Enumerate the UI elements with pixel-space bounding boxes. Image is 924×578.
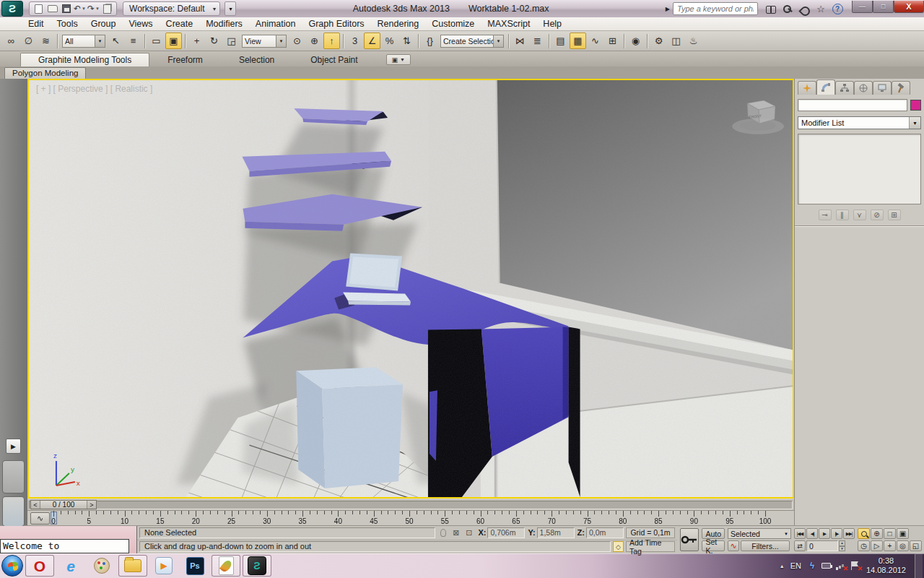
time-slider-handle[interactable]: < 0 / 100 > (30, 500, 97, 509)
frame-spinner[interactable]: ▲▼ (839, 540, 845, 551)
remove-modifier-button[interactable]: ⊘ (871, 210, 884, 220)
selection-region-icon[interactable]: ▭ (148, 33, 165, 49)
pan-button[interactable]: + (884, 540, 896, 551)
unlink-selection-icon[interactable]: ∅ (20, 33, 37, 49)
ribbon-tab-selection[interactable]: Selection (221, 53, 292, 66)
ribbon-tab-graphite-modeling-tools[interactable]: Graphite Modeling Tools (20, 53, 149, 66)
taskbar-item-paint[interactable] (87, 555, 116, 577)
orbit-button[interactable]: ◎ (897, 540, 909, 551)
ribbon-minimize-button[interactable]: ▣▼ (386, 54, 411, 65)
modifier-list-combo[interactable]: Modifier List ▼ (798, 116, 921, 129)
viewport-layout-tab[interactable] (2, 460, 25, 493)
adaptive-degradation-toggle[interactable]: ◇ (613, 541, 624, 552)
zoom-extents-all-button[interactable]: ▣ (897, 528, 909, 539)
menu-item-tools[interactable]: Tools (51, 17, 84, 30)
show-hidden-icons-button[interactable]: ▲ (780, 564, 785, 569)
selection-lock-toggle[interactable]: ⊠ (450, 527, 461, 538)
tab-polygon-modeling[interactable]: Polygon Modeling (4, 67, 86, 79)
workspace-combo[interactable]: Workspace: Default ▼ (123, 1, 220, 16)
align-icon[interactable]: ≣ (529, 33, 546, 49)
menu-item-rendering[interactable]: Rendering (371, 17, 426, 30)
set-key-button[interactable]: Set K. (702, 540, 725, 551)
next-frame-arrow[interactable]: > (87, 501, 96, 509)
coordinate-y-field[interactable] (537, 527, 575, 538)
layer-manager-icon[interactable]: ▤ (552, 33, 569, 49)
use-pivot-center-icon[interactable]: ⊙ (289, 33, 305, 49)
expand-panel-button[interactable]: ▶ (6, 439, 21, 454)
pin-stack-button[interactable]: ⊸ (819, 210, 832, 220)
save-file-icon[interactable] (60, 3, 72, 15)
taskbar-item-photoshop-elements[interactable] (212, 555, 240, 577)
zoom-all-button[interactable]: ⊕ (871, 528, 883, 539)
set-keys-button[interactable] (680, 528, 699, 551)
search-collapse-icon[interactable]: ▶ (666, 6, 670, 12)
taskbar-item-media-player[interactable]: ▶ (149, 555, 178, 577)
select-and-scale-icon[interactable]: ◲ (223, 33, 240, 49)
bind-to-space-warp-icon[interactable]: ≋ (38, 33, 54, 49)
make-unique-button[interactable]: ⋎ (853, 210, 866, 220)
key-mode-toggle[interactable]: ⇄ (794, 540, 806, 551)
maximize-viewport-button[interactable]: ◱ (910, 540, 922, 551)
undo-icon[interactable]: ↶▼ (74, 3, 86, 15)
go-to-start-button[interactable]: |◀◀ (794, 528, 806, 539)
taskbar-item-internet-explorer[interactable]: e (56, 555, 85, 577)
material-editor-icon[interactable]: ◉ (627, 33, 644, 49)
action-center-icon[interactable]: ✕ (850, 561, 860, 571)
redo-icon[interactable]: ↷▼ (87, 3, 100, 15)
mirror-icon[interactable]: ⋈ (512, 33, 528, 49)
sign-in-key-icon[interactable] (782, 3, 793, 14)
field-of-view-button[interactable]: ▷ (871, 540, 883, 551)
ribbon-tab-freeform[interactable]: Freeform (149, 53, 221, 66)
percent-snap-toggle-icon[interactable]: % (381, 33, 398, 49)
application-menu-button[interactable]: Ƨ (1, 1, 23, 17)
motion-tab[interactable] (854, 81, 873, 95)
viewport-layout-tab-alt[interactable] (2, 496, 25, 527)
coordinate-z-field[interactable] (586, 527, 624, 538)
start-button[interactable] (1, 555, 23, 577)
current-frame-field[interactable] (806, 540, 838, 551)
ribbon-tab-object-paint[interactable]: Object Paint (292, 53, 375, 66)
favorites-star-icon[interactable]: ☆ (815, 3, 827, 14)
key-filter-combo[interactable]: Selected▼ (728, 528, 791, 539)
language-indicator[interactable]: EN (790, 561, 801, 570)
select-and-link-icon[interactable]: ∞ (3, 33, 19, 49)
perspective-viewport[interactable]: FRONT z y x [ + ] [ Perspective ] [ Real… (27, 79, 794, 499)
minimize-button[interactable]: — (852, 1, 873, 13)
window-crossing-toggle-icon[interactable]: ▣ (165, 33, 182, 49)
select-object-icon[interactable]: ↖ (108, 33, 124, 49)
configure-modifier-sets-button[interactable]: ⊞ (888, 210, 901, 220)
spinner-snap-toggle-icon[interactable]: ⇅ (398, 33, 415, 49)
edit-named-sets-icon[interactable]: {} (422, 33, 438, 49)
menu-item-create[interactable]: Create (160, 17, 200, 30)
workspace-flyout-button[interactable]: ▼ (225, 1, 236, 16)
object-name-field[interactable] (798, 99, 907, 111)
trackbar-ruler[interactable]: 0510152025303540455055606570758085909510… (53, 511, 765, 525)
power-icon[interactable]: ϟ (807, 561, 817, 571)
coordinate-x-field[interactable] (487, 527, 525, 538)
schematic-view-icon[interactable]: ⊞ (604, 33, 621, 49)
angle-snap-toggle-icon[interactable]: ∠ (364, 33, 380, 49)
menu-item-modifiers[interactable]: Modifiers (199, 17, 249, 30)
taskbar-item-photoshop[interactable]: Ps (180, 555, 209, 577)
track-bar[interactable]: ∿ 05101520253035404550556065707580859095… (27, 510, 794, 525)
utilities-tab[interactable] (892, 81, 910, 95)
key-filters-button[interactable]: Filters... (741, 540, 790, 551)
time-slider-track[interactable] (29, 501, 793, 509)
previous-frame-arrow[interactable]: < (31, 501, 40, 509)
network-icon[interactable]: ✕ (836, 561, 846, 571)
go-to-end-button[interactable]: ▶▶| (843, 528, 855, 539)
time-configuration-button[interactable]: ◷ (858, 540, 870, 551)
display-tab[interactable] (873, 81, 892, 95)
maximize-button[interactable]: □ (873, 1, 894, 13)
zoom-button[interactable] (858, 528, 870, 539)
menu-item-help[interactable]: Help (536, 17, 568, 30)
object-color-swatch[interactable] (910, 100, 921, 111)
render-production-icon[interactable]: ♨ (685, 33, 702, 49)
search-input[interactable] (673, 2, 758, 15)
reference-coordinate-combo[interactable]: View▼ (242, 35, 287, 48)
select-and-rotate-icon[interactable]: ↻ (206, 33, 222, 49)
next-frame-button[interactable]: |▶ (831, 528, 842, 539)
menu-item-edit[interactable]: Edit (22, 17, 51, 30)
open-file-icon[interactable] (46, 3, 58, 15)
rendered-frame-window-icon[interactable]: ◫ (668, 33, 684, 49)
